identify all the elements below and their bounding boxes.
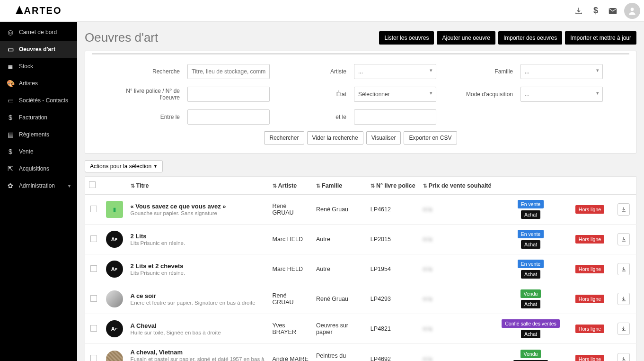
status-badge: Confié salle des ventes (502, 319, 560, 328)
filter-panel: Recherche Artiste ... Famille ... N° liv… (85, 51, 636, 153)
col-titre[interactable]: Titre (127, 177, 269, 195)
panel-divider (92, 53, 629, 54)
sidebar-item-6[interactable]: ▤ Règlements (0, 126, 77, 143)
nav-icon: ▤ (7, 131, 14, 138)
row-title: 2 Lits et 2 chevets (131, 262, 265, 270)
nav-label: Oeuvres d'art (19, 46, 55, 53)
download-button[interactable] (618, 293, 630, 305)
row-num: LP4821 (367, 314, 419, 344)
svg-rect-0 (609, 8, 617, 14)
content: Oeuvres d'art Lister les oeuvresAjouter … (77, 22, 644, 361)
header-button-2[interactable]: Importer des oeuvres (498, 31, 562, 45)
download-button[interactable] (618, 323, 630, 335)
row-num: LP1954 (367, 254, 419, 284)
row-checkbox[interactable] (90, 265, 97, 272)
status-badge: Achat (521, 270, 540, 279)
status-badge: Achat (521, 300, 540, 308)
offline-badge[interactable]: Hors ligne (575, 235, 604, 244)
col-artiste[interactable]: Artiste (269, 177, 312, 195)
col-numero[interactable]: N° livre police (367, 177, 419, 195)
table-row[interactable]: A ce soir Encre et feutre sur papier. Si… (85, 284, 636, 314)
download-tray-icon[interactable] (570, 2, 587, 19)
row-num: LP4612 (367, 195, 419, 225)
sidebar-item-9[interactable]: ✿ Administration▾ (0, 177, 77, 194)
date-to-input[interactable] (354, 109, 436, 125)
row-family: Oeuvres sur papier (312, 314, 367, 344)
download-button[interactable] (618, 233, 630, 245)
row-title: 2 Lits (131, 233, 265, 240)
offline-badge[interactable]: Hors ligne (575, 295, 604, 303)
nav-label: Vente (19, 148, 34, 155)
sidebar-item-1[interactable]: ▭ Oeuvres d'art (0, 41, 77, 58)
sidebar-item-8[interactable]: ⇱ Acquisitions (0, 160, 77, 177)
mode-select[interactable]: ... (520, 87, 603, 102)
row-num: LP2015 (367, 225, 419, 254)
download-button[interactable] (618, 263, 630, 275)
row-checkbox[interactable] (90, 355, 97, 361)
col-prix[interactable]: Prix de vente souhaité (419, 177, 495, 195)
col-famille[interactable]: Famille (312, 177, 367, 195)
search-input[interactable] (187, 64, 270, 79)
filter-action-1[interactable]: Vider la recherche (307, 131, 363, 144)
sidebar-item-5[interactable]: $ Facturation (0, 109, 77, 126)
famille-select[interactable]: ... (520, 64, 603, 79)
row-subtitle: Gouache sur papier. Sans signature (131, 210, 217, 216)
offline-badge[interactable]: Hors ligne (575, 325, 604, 333)
etat-label: État (285, 91, 346, 98)
download-button[interactable] (618, 203, 630, 216)
row-checkbox[interactable] (90, 235, 97, 242)
row-title: A Cheval (131, 322, 265, 329)
nav-label: Facturation (19, 114, 47, 121)
filter-action-0[interactable]: Rechercher (264, 131, 304, 144)
offline-badge[interactable]: Hors ligne (575, 265, 604, 273)
table-row[interactable]: ▮ « Vous savez ce que vous avez » Gouach… (85, 195, 636, 225)
header-button-0[interactable]: Lister les oeuvres (379, 31, 434, 45)
table-row[interactable]: A cheval, Vietnam Fusain et pastel sur p… (85, 344, 636, 361)
row-price: n/a (423, 325, 432, 332)
etat-select[interactable]: Sélectionner (354, 87, 436, 102)
sidebar-item-3[interactable]: 🎨 Artistes (0, 75, 77, 92)
row-checkbox[interactable] (90, 295, 97, 302)
numero-input[interactable] (187, 87, 270, 102)
user-avatar-icon[interactable] (624, 3, 640, 19)
status-badge: Vendu (520, 289, 541, 298)
header-actions: Lister les oeuvresAjouter une oeuvreImpo… (376, 31, 636, 45)
row-subtitle: Encre et feutre sur papier. Signature en… (131, 300, 256, 306)
header-button-1[interactable]: Ajouter une oeuvre (437, 31, 495, 45)
row-artist: René GRUAU (269, 284, 312, 314)
sidebar-item-2[interactable]: ≣ Stock (0, 58, 77, 75)
status-badge: Achat (521, 210, 540, 219)
row-family: René Gruau (312, 284, 367, 314)
row-artist: René GRUAU (269, 195, 312, 225)
artwork-thumb: AP (106, 231, 123, 248)
filter-action-2[interactable]: Visualiser (366, 131, 401, 144)
offline-badge[interactable]: Hors ligne (575, 205, 604, 214)
date-from-input[interactable] (187, 109, 270, 125)
nav-label: Carnet de bord (19, 29, 57, 36)
et-label: et le (285, 114, 346, 120)
header-button-3[interactable]: Importer et mettre à jour (565, 31, 636, 45)
nav-icon: ✿ (7, 182, 14, 190)
table-row[interactable]: AP A Cheval Huile sur toile, Signée en b… (85, 314, 636, 344)
sidebar-item-0[interactable]: ◎ Carnet de bord (0, 24, 77, 41)
row-checkbox[interactable] (90, 206, 97, 212)
sidebar-item-7[interactable]: $ Vente (0, 143, 77, 160)
row-subtitle: Huile sur toile, Signée en bas à droite (131, 330, 221, 335)
filter-action-3[interactable]: Exporter en CSV (404, 131, 457, 144)
dollar-icon[interactable]: $ (587, 2, 604, 19)
logo-mark (16, 6, 23, 14)
mail-icon[interactable] (604, 2, 621, 19)
row-checkbox[interactable] (90, 325, 97, 332)
table-row[interactable]: AP 2 Lits Lits Prisunic en résine. Marc … (85, 225, 636, 254)
row-artist: Yves BRAYER (269, 314, 312, 344)
bulk-actions-button[interactable]: Actions pour la sélection ▼ (85, 160, 163, 172)
table-row[interactable]: AP 2 Lits et 2 chevets Lits Prisunic en … (85, 254, 636, 284)
download-button[interactable] (618, 353, 630, 361)
app-logo: ARTEO (0, 0, 77, 22)
row-family: René Gruau (312, 195, 367, 225)
artiste-select[interactable]: ... (354, 64, 436, 79)
offline-badge[interactable]: Hors ligne (575, 355, 604, 361)
select-all-checkbox[interactable] (89, 181, 96, 188)
nav-icon: $ (7, 148, 14, 155)
sidebar-item-4[interactable]: ▭ Sociétés - Contacts (0, 92, 77, 109)
